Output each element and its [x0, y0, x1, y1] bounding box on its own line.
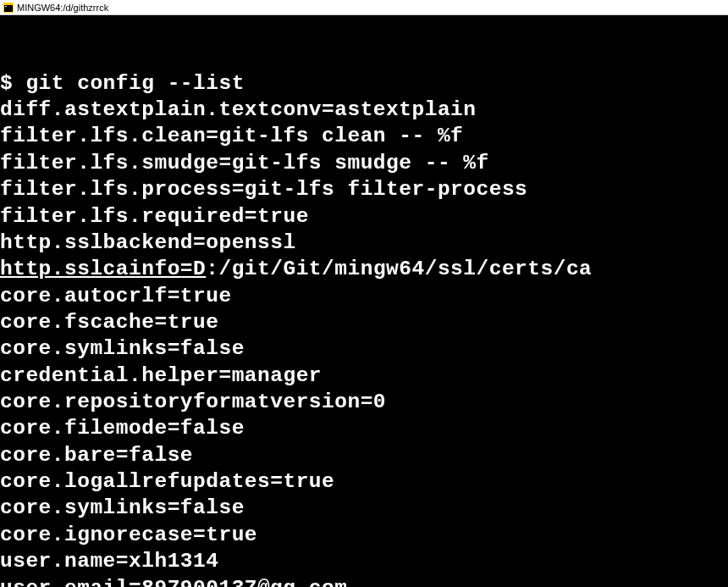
output-line-rest: :/git/Git/mingw64/ssl/certs/ca — [206, 258, 592, 280]
output-line: core.autocrlf=true — [0, 283, 728, 309]
output-line: core.filemode=false — [0, 415, 728, 441]
title-bar[interactable]: MINGW64:/d/githzrrck — [0, 0, 728, 15]
output-line: http.sslcainfo=D:/git/Git/mingw64/ssl/ce… — [0, 256, 728, 282]
output-line: credential.helper=manager — [0, 363, 728, 389]
output-line: filter.lfs.required=true — [0, 203, 728, 230]
output-line: core.repositoryformatversion=0 — [0, 389, 728, 415]
output-line: core.symlinks=false — [0, 495, 728, 521]
output-line: diff.astextplain.textconv=astextplain — [0, 97, 728, 123]
output-line: core.symlinks=false — [0, 335, 728, 362]
output-line: core.ignorecase=true — [0, 522, 728, 548]
terminal-window: MINGW64:/d/githzrrck $ git config --list… — [0, 0, 728, 587]
output-line: filter.lfs.process=git-lfs filter-proces… — [0, 176, 728, 202]
output-line: filter.lfs.clean=git-lfs clean -- %f — [0, 123, 728, 149]
output-line: user.email=897900137@qq.com — [0, 575, 728, 587]
command-text: git config --list — [25, 72, 244, 95]
output-line: http.sslbackend=openssl — [0, 230, 728, 256]
output-line: user.name=xlh1314 — [0, 548, 728, 574]
terminal-output[interactable]: $ git config --listdiff.astextplain.text… — [0, 15, 728, 587]
output-line: core.logallrefupdates=true — [0, 468, 728, 495]
title-bar-text: MINGW64:/d/githzrrck — [17, 3, 108, 13]
terminal-icon — [3, 3, 14, 13]
output-line: core.bare=false — [0, 442, 728, 468]
prompt-symbol: $ — [0, 72, 25, 95]
underlined-link[interactable]: http.sslcainfo=D — [0, 258, 206, 280]
command-line: $ git config --list — [0, 70, 728, 97]
output-line: core.fscache=true — [0, 309, 728, 335]
output-line: filter.lfs.smudge=git-lfs smudge -- %f — [0, 150, 728, 176]
svg-rect-2 — [5, 6, 7, 7]
